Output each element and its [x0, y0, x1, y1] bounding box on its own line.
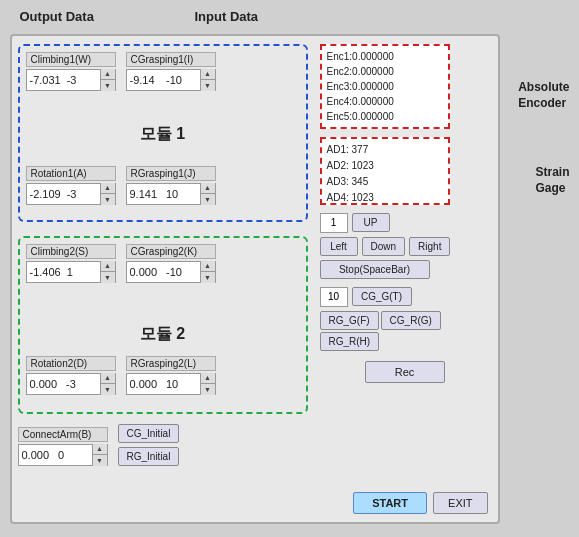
climbing2-label: Climbing2(S) [26, 244, 116, 259]
climbing1-label: Climbing1(W) [26, 52, 116, 67]
cgrasping1-arrows[interactable]: ▲ ▼ [200, 69, 215, 91]
module2-title: 모듈 2 [18, 324, 308, 345]
module2-row2: Rotation2(D) 0.000 -3 ▲ ▼ RGrasping2(L) … [26, 356, 216, 395]
down-button[interactable]: Down [362, 237, 406, 256]
cg-rg-row: RG_G(F) CG_R(G) RG_R(H) [320, 311, 490, 351]
rgrasping2-down[interactable]: ▼ [201, 384, 215, 395]
rotation2-group: Rotation2(D) 0.000 -3 ▲ ▼ [26, 356, 116, 395]
rgrasping2-arrows[interactable]: ▲ ▼ [200, 373, 215, 395]
rg-gr-button[interactable]: CG_R(G) [381, 311, 441, 330]
connect-arm-arrows[interactable]: ▲ ▼ [92, 444, 107, 466]
module1-row2: Rotation1(A) -2.109 -3 ▲ ▼ RGrasping1(J)… [26, 166, 216, 205]
exit-button[interactable]: EXIT [433, 492, 487, 514]
climbing2-down[interactable]: ▼ [101, 272, 115, 283]
climbing2-arrows[interactable]: ▲ ▼ [100, 261, 115, 283]
cg-g-t-button[interactable]: CG_G(T) [352, 287, 412, 306]
climbing2-value: -1.406 [27, 266, 64, 278]
absolute-encoder-label: Absolute Encoder [518, 79, 569, 113]
nav-area: UP Left Down Right Stop(SpaceBar) CG_G(T… [320, 213, 490, 383]
rotation2-arrows[interactable]: ▲ ▼ [100, 373, 115, 395]
start-exit-row: START EXIT [353, 492, 487, 514]
strain-box: AD1: 377 AD2: 1023 AD3: 345 AD4: 1023 [320, 137, 450, 205]
climbing1-group: Climbing1(W) -7.031 -3 ▲ ▼ [26, 52, 116, 91]
connect-arm-up[interactable]: ▲ [93, 444, 107, 455]
enc3: Enc3:0.000000 [327, 79, 443, 94]
connect-arm-step: 0 [55, 449, 92, 461]
connect-arm-group: ConnectArm(B) 0.000 0 ▲ ▼ [18, 427, 108, 466]
bottom-row: ConnectArm(B) 0.000 0 ▲ ▼ CG_Initial RG_… [18, 424, 180, 466]
connect-arm-value: 0.000 [19, 449, 56, 461]
climbing1-value: -7.031 [27, 74, 64, 86]
main-panel: 모듈 1 Climbing1(W) -7.031 -3 ▲ ▼ CGraspin… [10, 34, 500, 524]
init-buttons: CG_Initial RG_Initial [118, 424, 180, 466]
climbing1-arrows[interactable]: ▲ ▼ [100, 69, 115, 91]
up-button[interactable]: UP [352, 213, 390, 232]
left-button[interactable]: Left [320, 237, 358, 256]
cgrasping1-up[interactable]: ▲ [201, 69, 215, 80]
rotation2-down[interactable]: ▼ [101, 384, 115, 395]
rgrasping1-label: RGrasping1(J) [126, 166, 216, 181]
nav-row-cg-step: CG_G(T) [320, 287, 490, 307]
climbing2-spinbox[interactable]: -1.406 1 ▲ ▼ [26, 261, 116, 283]
enc2: Enc2:0.000000 [327, 64, 443, 79]
rotation1-spinbox[interactable]: -2.109 -3 ▲ ▼ [26, 183, 116, 205]
climbing1-spinbox[interactable]: -7.031 -3 ▲ ▼ [26, 69, 116, 91]
cgrasping1-value: -9.14 [127, 74, 164, 86]
nav-row-up: UP [320, 213, 490, 233]
climbing2-step: 1 [64, 266, 100, 278]
rotation1-value: -2.109 [27, 188, 64, 200]
rgrasping1-arrows[interactable]: ▲ ▼ [200, 183, 215, 205]
rgrasping1-down[interactable]: ▼ [201, 194, 215, 205]
cgrasping2-arrows[interactable]: ▲ ▼ [200, 261, 215, 283]
rotation1-up[interactable]: ▲ [101, 183, 115, 194]
cgrasping2-label: CGrasping2(K) [126, 244, 216, 259]
rg-initial-button[interactable]: RG_Initial [118, 447, 180, 466]
cgrasping2-down[interactable]: ▼ [201, 272, 215, 283]
rgrasping1-step: 10 [163, 188, 200, 200]
rgrasping1-spinbox[interactable]: 9.141 10 ▲ ▼ [126, 183, 216, 205]
module2-row1: Climbing2(S) -1.406 1 ▲ ▼ CGrasping2(K) … [26, 244, 216, 283]
connect-arm-down[interactable]: ▼ [93, 455, 107, 466]
cg-step-input[interactable] [320, 287, 348, 307]
rg-gf-button[interactable]: RG_G(F) [320, 311, 379, 330]
enc5: Enc5:0.000000 [327, 109, 443, 124]
climbing1-up[interactable]: ▲ [101, 69, 115, 80]
cgrasping1-spinbox[interactable]: -9.14 -10 ▲ ▼ [126, 69, 216, 91]
rgrasping2-group: RGrasping2(L) 0.000 10 ▲ ▼ [126, 356, 216, 395]
rotation1-down[interactable]: ▼ [101, 194, 115, 205]
nav-row-stop: Stop(SpaceBar) [320, 260, 490, 279]
enc4: Enc4:0.000000 [327, 94, 443, 109]
rotation2-spinbox[interactable]: 0.000 -3 ▲ ▼ [26, 373, 116, 395]
rgrasping2-up[interactable]: ▲ [201, 373, 215, 384]
rotation2-up[interactable]: ▲ [101, 373, 115, 384]
cg-initial-button[interactable]: CG_Initial [118, 424, 180, 443]
cgrasping2-up[interactable]: ▲ [201, 261, 215, 272]
ad2: AD2: 1023 [327, 158, 443, 174]
connect-arm-label: ConnectArm(B) [18, 427, 108, 442]
nav-step-input[interactable] [320, 213, 348, 233]
rotation1-label: Rotation1(A) [26, 166, 116, 181]
rotation1-group: Rotation1(A) -2.109 -3 ▲ ▼ [26, 166, 116, 205]
rgrasping1-up[interactable]: ▲ [201, 183, 215, 194]
climbing1-step: -3 [64, 74, 100, 86]
cgrasping2-spinbox[interactable]: 0.000 -10 ▲ ▼ [126, 261, 216, 283]
rotation2-step: -3 [63, 378, 100, 390]
cgrasping2-step: -10 [163, 266, 200, 278]
climbing2-up[interactable]: ▲ [101, 261, 115, 272]
module1-row1: Climbing1(W) -7.031 -3 ▲ ▼ CGrasping1(I)… [26, 52, 216, 91]
nav-row-direction: Left Down Right [320, 237, 490, 256]
right-button[interactable]: Right [409, 237, 450, 256]
ad1: AD1: 377 [327, 142, 443, 158]
stop-button[interactable]: Stop(SpaceBar) [320, 260, 430, 279]
cgrasping1-down[interactable]: ▼ [201, 80, 215, 91]
climbing1-down[interactable]: ▼ [101, 80, 115, 91]
connect-arm-spinbox[interactable]: 0.000 0 ▲ ▼ [18, 444, 108, 466]
rgrasping1-value: 9.141 [127, 188, 164, 200]
rotation2-value: 0.000 [27, 378, 64, 390]
rotation1-arrows[interactable]: ▲ ▼ [100, 183, 115, 205]
start-button[interactable]: START [353, 492, 427, 514]
cgrasping2-value: 0.000 [127, 266, 164, 278]
rgrasping2-spinbox[interactable]: 0.000 10 ▲ ▼ [126, 373, 216, 395]
rg-rh-button[interactable]: RG_R(H) [320, 332, 380, 351]
rec-button[interactable]: Rec [365, 361, 445, 383]
